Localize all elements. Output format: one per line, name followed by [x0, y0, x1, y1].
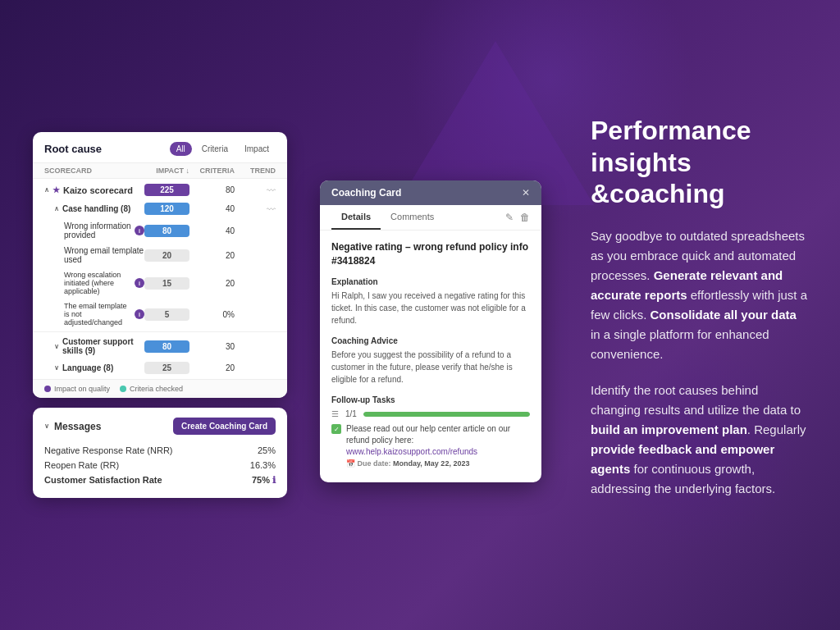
col-impact: IMPACT ↓ — [144, 167, 189, 175]
left-panel: Root cause All Criteria Impact SCORECARD… — [33, 132, 287, 498]
criteria-val: 30 — [189, 342, 235, 351]
tab-comments[interactable]: Comments — [381, 205, 444, 230]
close-icon[interactable]: ✕ — [522, 187, 530, 199]
info-icon: ℹ — [272, 475, 276, 485]
impact-badge: 225 — [144, 184, 189, 196]
legend-dot-teal — [120, 386, 126, 392]
row-label: ∧ Case handling (8) — [44, 204, 144, 213]
info-icon: i — [135, 226, 144, 235]
legend: Impact on quality Criteria checked — [33, 379, 287, 398]
criteria-val: 80 — [189, 185, 235, 194]
bold-text-4: provide feedback and empower agents — [591, 442, 774, 476]
messages-card: ∨ Messages Create Coaching Card Negative… — [33, 408, 287, 498]
row-label: Wrong email template used — [44, 246, 144, 264]
criteria-val: 20 — [189, 363, 235, 372]
impact-badge: 80 — [144, 225, 189, 237]
table-row: The email template is not adjusted/chang… — [33, 299, 287, 330]
chevron-icon: ∧ — [44, 186, 49, 194]
trend-sparkline: 〰 — [235, 204, 276, 214]
progress-bar — [363, 412, 530, 417]
filter-criteria-button[interactable]: Criteria — [195, 142, 235, 156]
divider — [33, 331, 287, 332]
scorecard-card: Root cause All Criteria Impact SCORECARD… — [33, 132, 287, 398]
row-label: Wrong information provided i — [44, 221, 144, 240]
coaching-tabs: Details Comments ✎ 🗑 — [320, 205, 541, 231]
explanation-label: Explanation — [331, 277, 530, 286]
info-icon: i — [135, 278, 144, 288]
chevron-icon: ∧ — [54, 205, 59, 212]
messages-title: ∨ Messages — [44, 421, 101, 432]
criteria-val: 40 — [189, 204, 235, 213]
filter-buttons: All Criteria Impact — [170, 142, 276, 156]
impact-badge: 20 — [144, 249, 189, 262]
followup-header: Follow-up Tasks — [331, 395, 530, 404]
followup-item: ✓ Please read out our help center articl… — [331, 423, 530, 468]
chevron-icon: ∨ — [54, 343, 59, 350]
followup-item-content: Please read out our help center article … — [346, 423, 530, 468]
coaching-ticket-title: Negative rating – wrong refund policy in… — [331, 240, 530, 268]
right-text-panel: Performance insights&coaching Say goodby… — [574, 115, 807, 514]
row-label: The email template is not adjusted/chang… — [44, 302, 144, 326]
col-scorecard: SCORECARD — [44, 167, 144, 175]
followup-count: 1/1 — [345, 409, 357, 418]
edit-icon[interactable]: ✎ — [505, 212, 514, 223]
criteria-val: 40 — [189, 226, 235, 235]
trash-icon[interactable]: 🗑 — [520, 212, 530, 223]
check-icon: ✓ — [331, 424, 341, 434]
table-header: SCORECARD IMPACT ↓ CRITERIA TREND — [33, 162, 287, 179]
criteria-val: 20 — [189, 251, 235, 260]
info-icon: i — [135, 309, 144, 319]
coaching-body: Negative rating – wrong refund policy in… — [320, 231, 541, 483]
table-row: Wrong escalation initiated (where applic… — [33, 267, 287, 299]
coaching-tab-icons: ✎ 🗑 — [505, 212, 530, 223]
impact-badge: 80 — [144, 340, 189, 353]
legend-criteria: Criteria checked — [120, 385, 183, 393]
messages-row-rr: Reopen Rate (RR) 16.3% — [44, 458, 276, 472]
legend-dot-purple — [44, 386, 51, 392]
para-1: Say goodbye to outdated spreadsheets as … — [591, 226, 807, 364]
filter-impact-button[interactable]: Impact — [238, 142, 276, 156]
coaching-tab-group: Details Comments — [331, 205, 444, 230]
table-row: Wrong email template used 20 20 — [33, 243, 287, 267]
messages-row-csat: Customer Satisfaction Rate 75% ℹ — [44, 472, 276, 488]
chevron-icon: ∨ — [54, 364, 59, 372]
table-row: ∧ Case handling (8) 120 40 〰 — [33, 199, 287, 218]
calendar-icon: 📅 — [346, 459, 355, 468]
trend-sparkline: 〰 — [235, 185, 276, 195]
para-2: Identify the root causes behind changing… — [591, 381, 807, 499]
table-row: ∨ Language (8) 25 20 — [33, 358, 287, 377]
due-date: 📅 Due date: Monday, May 22, 2023 — [346, 459, 530, 468]
criteria-val: 20 — [189, 279, 235, 288]
row-label: Wrong escalation initiated (where applic… — [44, 271, 144, 295]
col-trend: TREND — [235, 167, 276, 175]
filter-all-button[interactable]: All — [170, 142, 192, 156]
followup-progress: ☰ 1/1 — [331, 409, 530, 418]
bold-text-2: Consolidate all your data — [651, 308, 797, 322]
criteria-val: 0% — [189, 310, 235, 319]
page-heading: Performance insights&coaching — [591, 115, 807, 209]
impact-badge: 120 — [144, 203, 189, 215]
advice-label: Coaching Advice — [331, 336, 530, 345]
tab-details[interactable]: Details — [331, 205, 381, 230]
row-label: ∨ Language (8) — [44, 363, 144, 372]
table-row: Wrong information provided i 80 40 — [33, 218, 287, 243]
table-body: ∧ ★ Kaizo scorecard 225 80 〰 ∧ Case hand… — [33, 179, 287, 379]
impact-badge: 5 — [144, 308, 189, 321]
col-criteria: CRITERIA — [189, 167, 235, 175]
table-row: ∧ ★ Kaizo scorecard 225 80 〰 — [33, 180, 287, 199]
advice-text: Before you suggest the possibility of a … — [331, 349, 530, 386]
coaching-card: Coaching Card ✕ Details Comments ✎ 🗑 Neg… — [320, 180, 541, 483]
legend-impact: Impact on quality — [44, 385, 110, 393]
chevron-icon: ∨ — [44, 422, 49, 430]
progress-bar-fill — [363, 412, 530, 417]
refund-policy-link[interactable]: www.help.kaizosupport.com/refunds — [346, 447, 477, 456]
impact-badge: 15 — [144, 277, 189, 290]
scorecard-title: Root cause — [44, 143, 102, 155]
impact-badge: 25 — [144, 362, 189, 374]
list-icon: ☰ — [331, 409, 339, 418]
messages-row-nrr: Negative Response Rate (NRR) 25% — [44, 443, 276, 458]
messages-header: ∨ Messages Create Coaching Card — [44, 418, 276, 435]
create-coaching-card-button[interactable]: Create Coaching Card — [173, 418, 276, 435]
followup-text: Please read out our help center article … — [346, 423, 530, 458]
explanation-text: Hi Ralph, I saw you received a negative … — [331, 290, 530, 326]
